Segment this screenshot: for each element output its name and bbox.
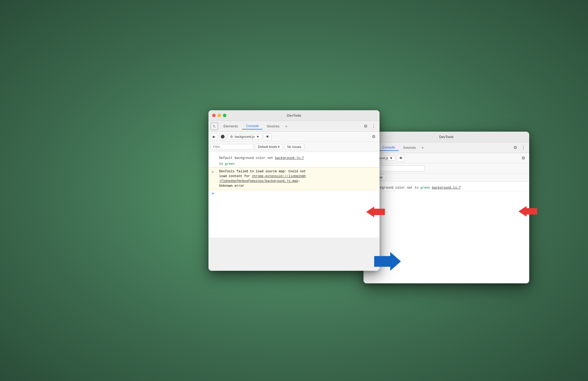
- toolbar-settings-icon[interactable]: ⚙: [370, 133, 377, 140]
- filterbar-1: Default levels ▾ No Issues: [208, 142, 380, 152]
- tab-sources-2[interactable]: Sources: [399, 144, 420, 151]
- file-name: background.js: [235, 135, 255, 139]
- green-value-1: green: [225, 162, 235, 166]
- levels-button[interactable]: Default levels ▾: [255, 144, 283, 150]
- toolbar-1: ▶ ⚫ ⚙ background.js ▼ 👁 ⚙: [208, 132, 380, 142]
- blue-arrow: [374, 252, 401, 272]
- tabbar-1: ↖ Elements Console Sources » ⚙ ⋮: [208, 121, 380, 132]
- svg-marker-2: [519, 206, 537, 217]
- more-tabs-icon-2[interactable]: »: [420, 146, 425, 150]
- file-dropdown-icon-2[interactable]: ▼: [390, 156, 393, 160]
- minimize-button[interactable]: [218, 114, 221, 117]
- source-link-2[interactable]: background.ts:7: [432, 186, 461, 190]
- tabbar-2: …nts Console Sources » ⚙ ⋮: [363, 142, 529, 153]
- red-arrow-2: [519, 206, 540, 218]
- maximize-button[interactable]: [223, 114, 226, 117]
- more-options-icon-2[interactable]: ⋮: [520, 144, 527, 151]
- titlebar-2: DevTools: [363, 132, 529, 142]
- no-issues-bar-2: No Issues: [363, 173, 529, 182]
- more-options-icon[interactable]: ⋮: [370, 123, 377, 130]
- svg-marker-1: [374, 252, 401, 271]
- settings-icon[interactable]: ⚙: [362, 123, 369, 130]
- red-arrow-1: [366, 207, 388, 218]
- prompt-arrow-icon: >: [212, 192, 214, 196]
- console-line-w2: background color set to green background…: [363, 184, 529, 191]
- green-value-2: green: [420, 186, 430, 190]
- filter-input-1[interactable]: [211, 144, 253, 150]
- console-prompt-1: >: [208, 190, 380, 197]
- console-warning-1: ⚠️ DevTools failed to load source map: C…: [208, 167, 380, 190]
- tab-console-2[interactable]: Console: [378, 144, 399, 151]
- file-dropdown-icon[interactable]: ▼: [256, 135, 260, 139]
- tab-console[interactable]: Console: [242, 123, 262, 129]
- filterbar-2: [363, 163, 529, 173]
- window-title-2: DevTools: [439, 135, 453, 139]
- devtools-window-1: DevTools ↖ Elements Console Sources » ⚙ …: [208, 110, 380, 271]
- toolbar-2: background.js ▼ 👁 ⚙: [363, 153, 529, 163]
- file-selector[interactable]: ⚙ background.js ▼: [228, 134, 262, 139]
- no-issues-button[interactable]: No Issues: [284, 144, 304, 150]
- console-area-1: Default background color set background.…: [208, 152, 380, 238]
- close-button[interactable]: [212, 114, 216, 117]
- console-line-1: Default background color set background.…: [208, 154, 380, 162]
- console-text-w2: background color set to: [374, 186, 420, 190]
- window-title-1: DevTools: [287, 113, 301, 117]
- stop-button[interactable]: ⚫: [219, 133, 226, 140]
- more-tabs-icon[interactable]: »: [284, 124, 289, 128]
- console-line-2: to green: [208, 162, 380, 167]
- settings-icon-2[interactable]: ⚙: [512, 144, 519, 151]
- tab-elements[interactable]: Elements: [220, 123, 242, 129]
- traffic-lights-1: [212, 114, 226, 117]
- eye-button[interactable]: 👁: [264, 133, 272, 140]
- source-map-link[interactable]: chrome-extension://liobmlhmh jfldnedgofm…: [219, 174, 306, 183]
- cursor-icon: ↖: [211, 123, 218, 130]
- source-link-1[interactable]: background.js:7: [275, 156, 304, 160]
- tab-sources[interactable]: Sources: [263, 123, 283, 129]
- toolbar-settings-icon-2[interactable]: ⚙: [520, 154, 527, 162]
- warning-icon: ⚠️: [212, 169, 214, 174]
- settings-small-icon: ⚙: [230, 135, 233, 139]
- titlebar-1: DevTools: [208, 110, 380, 121]
- eye-button-2[interactable]: 👁: [397, 155, 405, 162]
- run-button[interactable]: ▶: [211, 133, 218, 140]
- svg-marker-0: [366, 207, 385, 217]
